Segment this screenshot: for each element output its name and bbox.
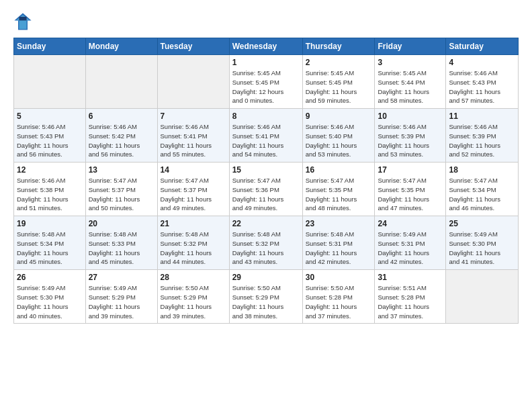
day-info: Sunrise: 5:46 AM Sunset: 5:41 PM Dayligh… (232, 122, 300, 159)
calendar-cell: 8Sunrise: 5:46 AM Sunset: 5:41 PM Daylig… (229, 109, 302, 163)
day-number: 8 (232, 111, 300, 121)
calendar-cell: 11Sunrise: 5:46 AM Sunset: 5:39 PM Dayli… (446, 109, 519, 163)
calendar-cell (157, 55, 229, 109)
day-number: 18 (449, 165, 515, 175)
day-number: 25 (449, 219, 515, 228)
day-number: 22 (232, 219, 300, 228)
day-number: 3 (378, 58, 443, 67)
day-info: Sunrise: 5:46 AM Sunset: 5:42 PM Dayligh… (89, 122, 154, 159)
calendar-cell: 25Sunrise: 5:49 AM Sunset: 5:30 PM Dayli… (446, 216, 519, 270)
day-info: Sunrise: 5:48 AM Sunset: 5:34 PM Dayligh… (17, 230, 83, 267)
day-info: Sunrise: 5:46 AM Sunset: 5:40 PM Dayligh… (306, 122, 372, 159)
day-number: 13 (89, 165, 154, 175)
calendar-cell: 1Sunrise: 5:45 AM Sunset: 5:45 PM Daylig… (229, 55, 302, 109)
day-info: Sunrise: 5:50 AM Sunset: 5:29 PM Dayligh… (232, 283, 300, 320)
day-info: Sunrise: 5:49 AM Sunset: 5:30 PM Dayligh… (17, 283, 83, 320)
calendar-cell: 20Sunrise: 5:48 AM Sunset: 5:33 PM Dayli… (85, 216, 157, 270)
calendar-cell: 27Sunrise: 5:49 AM Sunset: 5:29 PM Dayli… (85, 270, 157, 324)
col-wednesday: Wednesday (229, 38, 302, 55)
day-info: Sunrise: 5:47 AM Sunset: 5:35 PM Dayligh… (306, 176, 372, 213)
calendar-cell: 2Sunrise: 5:45 AM Sunset: 5:45 PM Daylig… (302, 55, 375, 109)
day-info: Sunrise: 5:50 AM Sunset: 5:29 PM Dayligh… (161, 283, 226, 320)
col-saturday: Saturday (446, 38, 519, 55)
day-info: Sunrise: 5:49 AM Sunset: 5:29 PM Dayligh… (89, 283, 154, 320)
logo-icon (13, 12, 32, 31)
calendar-cell: 5Sunrise: 5:46 AM Sunset: 5:43 PM Daylig… (14, 109, 86, 163)
day-number: 2 (306, 58, 372, 67)
calendar-cell: 17Sunrise: 5:47 AM Sunset: 5:35 PM Dayli… (375, 163, 446, 216)
day-info: Sunrise: 5:46 AM Sunset: 5:39 PM Dayligh… (378, 122, 443, 159)
day-number: 1 (232, 58, 300, 67)
calendar-cell: 3Sunrise: 5:45 AM Sunset: 5:44 PM Daylig… (375, 55, 446, 109)
calendar-cell: 22Sunrise: 5:48 AM Sunset: 5:32 PM Dayli… (229, 216, 302, 270)
calendar-cell: 29Sunrise: 5:50 AM Sunset: 5:29 PM Dayli… (229, 270, 302, 324)
day-number: 30 (306, 273, 372, 282)
calendar-cell: 19Sunrise: 5:48 AM Sunset: 5:34 PM Dayli… (14, 216, 86, 270)
calendar-cell (14, 55, 86, 109)
day-info: Sunrise: 5:45 AM Sunset: 5:44 PM Dayligh… (378, 68, 443, 105)
calendar-week-4: 19Sunrise: 5:48 AM Sunset: 5:34 PM Dayli… (14, 216, 519, 270)
header-row: Sunday Monday Tuesday Wednesday Thursday… (14, 38, 519, 55)
day-info: Sunrise: 5:49 AM Sunset: 5:31 PM Dayligh… (378, 230, 443, 267)
day-number: 17 (378, 165, 443, 175)
calendar-cell (85, 55, 157, 109)
calendar-week-5: 26Sunrise: 5:49 AM Sunset: 5:30 PM Dayli… (14, 270, 519, 324)
day-info: Sunrise: 5:46 AM Sunset: 5:41 PM Dayligh… (161, 122, 226, 159)
calendar-cell: 21Sunrise: 5:48 AM Sunset: 5:32 PM Dayli… (157, 216, 229, 270)
day-number: 28 (161, 273, 226, 282)
day-info: Sunrise: 5:50 AM Sunset: 5:28 PM Dayligh… (306, 283, 372, 320)
calendar-cell: 30Sunrise: 5:50 AM Sunset: 5:28 PM Dayli… (302, 270, 375, 324)
day-number: 9 (306, 111, 372, 121)
col-monday: Monday (85, 38, 157, 55)
day-number: 20 (89, 219, 154, 228)
calendar-cell: 13Sunrise: 5:47 AM Sunset: 5:37 PM Dayli… (85, 163, 157, 216)
calendar-cell: 12Sunrise: 5:46 AM Sunset: 5:38 PM Dayli… (14, 163, 86, 216)
day-info: Sunrise: 5:46 AM Sunset: 5:39 PM Dayligh… (449, 122, 515, 159)
calendar-cell (446, 270, 519, 324)
day-number: 16 (306, 165, 372, 175)
day-number: 10 (378, 111, 443, 121)
calendar-cell: 15Sunrise: 5:47 AM Sunset: 5:36 PM Dayli… (229, 163, 302, 216)
day-number: 19 (17, 219, 83, 228)
calendar-cell: 26Sunrise: 5:49 AM Sunset: 5:30 PM Dayli… (14, 270, 86, 324)
calendar-week-2: 5Sunrise: 5:46 AM Sunset: 5:43 PM Daylig… (14, 109, 519, 163)
calendar-week-3: 12Sunrise: 5:46 AM Sunset: 5:38 PM Dayli… (14, 163, 519, 216)
day-number: 7 (161, 111, 226, 121)
day-info: Sunrise: 5:47 AM Sunset: 5:37 PM Dayligh… (161, 176, 226, 213)
logo (13, 12, 35, 31)
calendar-cell: 24Sunrise: 5:49 AM Sunset: 5:31 PM Dayli… (375, 216, 446, 270)
day-number: 14 (161, 165, 226, 175)
day-number: 27 (89, 273, 154, 282)
day-number: 12 (17, 165, 83, 175)
calendar-cell: 18Sunrise: 5:47 AM Sunset: 5:34 PM Dayli… (446, 163, 519, 216)
day-number: 11 (449, 111, 515, 121)
day-info: Sunrise: 5:48 AM Sunset: 5:33 PM Dayligh… (89, 230, 154, 267)
page-header (13, 12, 519, 31)
calendar-cell: 7Sunrise: 5:46 AM Sunset: 5:41 PM Daylig… (157, 109, 229, 163)
calendar-table: Sunday Monday Tuesday Wednesday Thursday… (13, 38, 519, 324)
day-number: 5 (17, 111, 83, 121)
calendar-cell: 16Sunrise: 5:47 AM Sunset: 5:35 PM Dayli… (302, 163, 375, 216)
day-info: Sunrise: 5:49 AM Sunset: 5:30 PM Dayligh… (449, 230, 515, 267)
day-info: Sunrise: 5:46 AM Sunset: 5:43 PM Dayligh… (17, 122, 83, 159)
day-info: Sunrise: 5:45 AM Sunset: 5:45 PM Dayligh… (306, 68, 372, 105)
calendar-week-1: 1Sunrise: 5:45 AM Sunset: 5:45 PM Daylig… (14, 55, 519, 109)
day-number: 4 (449, 58, 515, 67)
day-number: 23 (306, 219, 372, 228)
day-info: Sunrise: 5:46 AM Sunset: 5:43 PM Dayligh… (449, 68, 515, 105)
day-info: Sunrise: 5:47 AM Sunset: 5:34 PM Dayligh… (449, 176, 515, 213)
day-number: 15 (232, 165, 300, 175)
day-info: Sunrise: 5:47 AM Sunset: 5:37 PM Dayligh… (89, 176, 154, 213)
day-number: 21 (161, 219, 226, 228)
day-number: 31 (378, 273, 443, 282)
day-info: Sunrise: 5:45 AM Sunset: 5:45 PM Dayligh… (232, 68, 300, 105)
calendar-cell: 4Sunrise: 5:46 AM Sunset: 5:43 PM Daylig… (446, 55, 519, 109)
day-info: Sunrise: 5:47 AM Sunset: 5:36 PM Dayligh… (232, 176, 300, 213)
day-info: Sunrise: 5:51 AM Sunset: 5:28 PM Dayligh… (378, 283, 443, 320)
day-info: Sunrise: 5:46 AM Sunset: 5:38 PM Dayligh… (17, 176, 83, 213)
col-thursday: Thursday (302, 38, 375, 55)
calendar-cell: 23Sunrise: 5:48 AM Sunset: 5:31 PM Dayli… (302, 216, 375, 270)
calendar-cell: 6Sunrise: 5:46 AM Sunset: 5:42 PM Daylig… (85, 109, 157, 163)
day-number: 6 (89, 111, 154, 121)
day-info: Sunrise: 5:48 AM Sunset: 5:32 PM Dayligh… (232, 230, 300, 267)
